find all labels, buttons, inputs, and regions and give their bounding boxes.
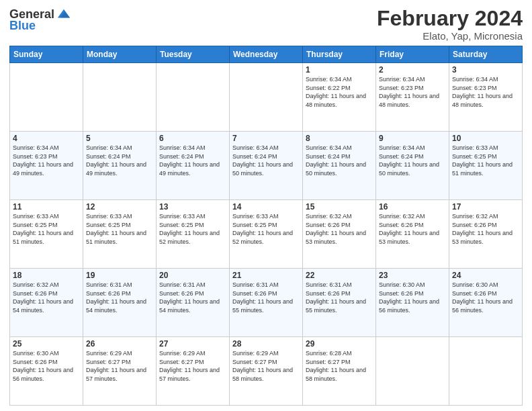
day-number-9: 9 — [379, 134, 446, 143]
col-thursday: Thursday — [303, 46, 376, 63]
col-sunday: Sunday — [10, 46, 83, 63]
day-number-22: 22 — [306, 271, 373, 280]
cell-w1-d7: 3Sunrise: 6:34 AM Sunset: 6:23 PM Daylig… — [449, 63, 523, 132]
cell-w1-d1 — [10, 63, 83, 132]
day-number-4: 4 — [13, 134, 80, 143]
day-info-24: Sunrise: 6:30 AM Sunset: 6:26 PM Dayligh… — [452, 281, 519, 314]
day-number-8: 8 — [306, 134, 373, 143]
day-number-24: 24 — [452, 271, 519, 280]
day-info-28: Sunrise: 6:29 AM Sunset: 6:27 PM Dayligh… — [232, 349, 300, 383]
cell-w2-d3: 6Sunrise: 6:34 AM Sunset: 6:24 PM Daylig… — [157, 132, 230, 200]
cell-w4-d3: 20Sunrise: 6:31 AM Sunset: 6:26 PM Dayli… — [157, 269, 230, 337]
day-number-3: 3 — [452, 65, 519, 75]
page: General Blue February 2024 Elato, Yap, M… — [0, 0, 532, 411]
day-info-12: Sunrise: 6:33 AM Sunset: 6:25 PM Dayligh… — [86, 212, 153, 246]
day-info-13: Sunrise: 6:33 AM Sunset: 6:25 PM Dayligh… — [159, 212, 226, 246]
week-row-4: 18Sunrise: 6:32 AM Sunset: 6:26 PM Dayli… — [10, 269, 523, 337]
day-info-6: Sunrise: 6:34 AM Sunset: 6:24 PM Dayligh… — [159, 144, 226, 177]
cell-w3-d4: 14Sunrise: 6:33 AM Sunset: 6:25 PM Dayli… — [230, 200, 303, 269]
day-number-10: 10 — [452, 134, 519, 143]
day-info-8: Sunrise: 6:34 AM Sunset: 6:24 PM Dayligh… — [306, 144, 373, 177]
day-number-14: 14 — [232, 202, 300, 212]
cell-w4-d4: 21Sunrise: 6:31 AM Sunset: 6:26 PM Dayli… — [230, 269, 303, 337]
day-info-21: Sunrise: 6:31 AM Sunset: 6:26 PM Dayligh… — [232, 281, 300, 314]
cell-w3-d6: 16Sunrise: 6:32 AM Sunset: 6:26 PM Dayli… — [376, 200, 449, 269]
week-row-3: 11Sunrise: 6:33 AM Sunset: 6:25 PM Dayli… — [10, 200, 523, 269]
col-friday: Friday — [376, 46, 449, 63]
col-saturday: Saturday — [449, 46, 523, 63]
day-info-10: Sunrise: 6:33 AM Sunset: 6:25 PM Dayligh… — [452, 144, 519, 177]
week-row-1: 1Sunrise: 6:34 AM Sunset: 6:22 PM Daylig… — [10, 63, 523, 132]
day-number-28: 28 — [232, 339, 300, 349]
day-number-6: 6 — [159, 134, 226, 143]
day-number-17: 17 — [452, 202, 519, 212]
day-info-3: Sunrise: 6:34 AM Sunset: 6:23 PM Dayligh… — [452, 75, 519, 109]
day-info-11: Sunrise: 6:33 AM Sunset: 6:25 PM Dayligh… — [13, 212, 80, 246]
day-info-23: Sunrise: 6:30 AM Sunset: 6:26 PM Dayligh… — [379, 281, 446, 314]
day-info-18: Sunrise: 6:32 AM Sunset: 6:26 PM Dayligh… — [13, 281, 80, 314]
day-info-2: Sunrise: 6:34 AM Sunset: 6:23 PM Dayligh… — [379, 75, 446, 109]
day-info-7: Sunrise: 6:34 AM Sunset: 6:24 PM Dayligh… — [232, 144, 300, 177]
cell-w4-d1: 18Sunrise: 6:32 AM Sunset: 6:26 PM Dayli… — [10, 269, 83, 337]
cell-w3-d1: 11Sunrise: 6:33 AM Sunset: 6:25 PM Dayli… — [10, 200, 83, 269]
day-info-4: Sunrise: 6:34 AM Sunset: 6:23 PM Dayligh… — [13, 144, 80, 177]
col-tuesday: Tuesday — [157, 46, 230, 63]
title-month: February 2024 — [377, 7, 523, 30]
day-number-15: 15 — [306, 202, 373, 212]
cell-w1-d4 — [230, 63, 303, 132]
day-info-15: Sunrise: 6:32 AM Sunset: 6:26 PM Dayligh… — [306, 212, 373, 246]
title-block: February 2024 Elato, Yap, Micronesia — [377, 7, 523, 42]
day-number-1: 1 — [306, 65, 373, 75]
calendar-header-row: Sunday Monday Tuesday Wednesday Thursday… — [10, 46, 523, 63]
day-number-18: 18 — [13, 271, 80, 280]
day-info-1: Sunrise: 6:34 AM Sunset: 6:22 PM Dayligh… — [306, 75, 373, 109]
day-info-17: Sunrise: 6:32 AM Sunset: 6:26 PM Dayligh… — [452, 212, 519, 246]
day-number-11: 11 — [13, 202, 80, 212]
cell-w2-d1: 4Sunrise: 6:34 AM Sunset: 6:23 PM Daylig… — [10, 132, 83, 200]
day-number-5: 5 — [86, 134, 153, 143]
cell-w1-d3 — [157, 63, 230, 132]
day-info-25: Sunrise: 6:30 AM Sunset: 6:26 PM Dayligh… — [13, 349, 80, 383]
cell-w3-d7: 17Sunrise: 6:32 AM Sunset: 6:26 PM Dayli… — [449, 200, 523, 269]
header: General Blue February 2024 Elato, Yap, M… — [9, 7, 523, 42]
cell-w5-d6 — [376, 337, 449, 406]
cell-w5-d1: 25Sunrise: 6:30 AM Sunset: 6:26 PM Dayli… — [10, 337, 83, 406]
logo: General Blue — [9, 7, 71, 33]
cell-w4-d6: 23Sunrise: 6:30 AM Sunset: 6:26 PM Dayli… — [376, 269, 449, 337]
cell-w3-d2: 12Sunrise: 6:33 AM Sunset: 6:25 PM Dayli… — [83, 200, 157, 269]
day-number-27: 27 — [159, 339, 226, 349]
week-row-5: 25Sunrise: 6:30 AM Sunset: 6:26 PM Dayli… — [10, 337, 523, 406]
cell-w1-d5: 1Sunrise: 6:34 AM Sunset: 6:22 PM Daylig… — [303, 63, 376, 132]
cell-w5-d7 — [449, 337, 523, 406]
logo-blue: Blue — [9, 19, 36, 33]
day-number-2: 2 — [379, 65, 446, 75]
day-info-26: Sunrise: 6:29 AM Sunset: 6:27 PM Dayligh… — [86, 349, 153, 383]
cell-w5-d3: 27Sunrise: 6:29 AM Sunset: 6:27 PM Dayli… — [157, 337, 230, 406]
cell-w1-d6: 2Sunrise: 6:34 AM Sunset: 6:23 PM Daylig… — [376, 63, 449, 132]
day-info-22: Sunrise: 6:31 AM Sunset: 6:26 PM Dayligh… — [306, 281, 373, 314]
cell-w5-d2: 26Sunrise: 6:29 AM Sunset: 6:27 PM Dayli… — [83, 337, 157, 406]
day-number-20: 20 — [159, 271, 226, 280]
cell-w4-d2: 19Sunrise: 6:31 AM Sunset: 6:26 PM Dayli… — [83, 269, 157, 337]
day-info-27: Sunrise: 6:29 AM Sunset: 6:27 PM Dayligh… — [159, 349, 226, 383]
day-number-13: 13 — [159, 202, 226, 212]
day-number-12: 12 — [86, 202, 153, 212]
day-number-21: 21 — [232, 271, 300, 280]
cell-w4-d7: 24Sunrise: 6:30 AM Sunset: 6:26 PM Dayli… — [449, 269, 523, 337]
day-info-16: Sunrise: 6:32 AM Sunset: 6:26 PM Dayligh… — [379, 212, 446, 246]
col-wednesday: Wednesday — [230, 46, 303, 63]
day-info-20: Sunrise: 6:31 AM Sunset: 6:26 PM Dayligh… — [159, 281, 226, 314]
week-row-2: 4Sunrise: 6:34 AM Sunset: 6:23 PM Daylig… — [10, 132, 523, 200]
day-info-9: Sunrise: 6:34 AM Sunset: 6:24 PM Dayligh… — [379, 144, 446, 177]
day-number-25: 25 — [13, 339, 80, 349]
cell-w3-d5: 15Sunrise: 6:32 AM Sunset: 6:26 PM Dayli… — [303, 200, 376, 269]
cell-w2-d4: 7Sunrise: 6:34 AM Sunset: 6:24 PM Daylig… — [230, 132, 303, 200]
title-location: Elato, Yap, Micronesia — [377, 30, 523, 42]
cell-w2-d6: 9Sunrise: 6:34 AM Sunset: 6:24 PM Daylig… — [376, 132, 449, 200]
day-info-19: Sunrise: 6:31 AM Sunset: 6:26 PM Dayligh… — [86, 281, 153, 314]
cell-w3-d3: 13Sunrise: 6:33 AM Sunset: 6:25 PM Dayli… — [157, 200, 230, 269]
cell-w2-d5: 8Sunrise: 6:34 AM Sunset: 6:24 PM Daylig… — [303, 132, 376, 200]
day-number-29: 29 — [306, 339, 373, 349]
day-info-29: Sunrise: 6:28 AM Sunset: 6:27 PM Dayligh… — [306, 349, 373, 383]
col-monday: Monday — [83, 46, 157, 63]
